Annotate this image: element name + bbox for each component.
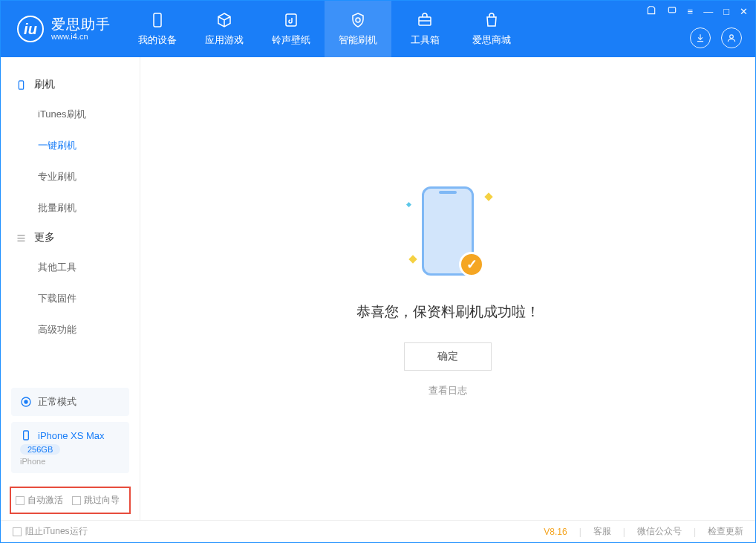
checkbox-icon	[13, 527, 22, 536]
nav-my-device[interactable]: 我的设备	[124, 1, 191, 57]
checkbox-skip-guide[interactable]: 跳过向导	[72, 494, 120, 507]
sidebar-item-download-firmware[interactable]: 下载固件	[1, 283, 140, 314]
sidebar: 刷机 iTunes刷机 一键刷机 专业刷机 批量刷机 更多 其他工具 下载固件 …	[1, 57, 140, 520]
logo-icon: iu	[17, 16, 44, 42]
phone-icon	[149, 11, 166, 29]
maximize-button[interactable]: □	[723, 6, 729, 17]
app-url: www.i4.cn	[51, 32, 111, 41]
success-message: 恭喜您，保资料刷机成功啦！	[356, 302, 540, 322]
support-link[interactable]: 客服	[593, 525, 611, 538]
refresh-shield-icon	[349, 11, 367, 29]
minimize-button[interactable]: —	[703, 6, 713, 17]
device-mode-box[interactable]: 正常模式	[11, 388, 129, 416]
device-capacity: 256GB	[20, 444, 60, 455]
svg-rect-8	[24, 431, 29, 440]
app-name: 爱思助手	[51, 17, 111, 33]
checkbox-auto-activate[interactable]: 自动激活	[16, 494, 63, 507]
device-icon	[16, 79, 27, 91]
check-badge-icon: ✓	[459, 252, 484, 277]
nav-apps[interactable]: 应用游戏	[191, 1, 258, 57]
nav-label: 爱思商城	[472, 33, 511, 47]
nav-label: 应用游戏	[205, 33, 244, 47]
sidebar-item-itunes-flash[interactable]: iTunes刷机	[1, 99, 140, 130]
music-icon	[282, 11, 300, 29]
body: 刷机 iTunes刷机 一键刷机 专业刷机 批量刷机 更多 其他工具 下载固件 …	[1, 57, 755, 520]
nav-label: 工具箱	[411, 33, 440, 47]
svg-point-7	[25, 400, 27, 403]
check-update-link[interactable]: 检查更新	[708, 525, 743, 538]
skin-icon[interactable]	[646, 5, 656, 18]
sidebar-item-advanced[interactable]: 高级功能	[1, 314, 140, 345]
nav-flash[interactable]: 智能刷机	[325, 1, 391, 57]
device-name: iPhone XS Max	[38, 430, 105, 441]
footer: 阻止iTunes运行 V8.16 | 客服 | 微信公众号 | 检查更新	[1, 520, 755, 542]
toolbox-icon	[416, 11, 434, 29]
sidebar-item-batch-flash[interactable]: 批量刷机	[1, 192, 140, 224]
sidebar-group-more: 更多	[1, 224, 140, 252]
sidebar-item-pro-flash[interactable]: 专业刷机	[1, 161, 140, 192]
nav-store[interactable]: 爱思商城	[458, 1, 525, 57]
menu-icon[interactable]: ≡	[688, 6, 694, 17]
checkbox-icon	[72, 496, 81, 505]
version-label: V8.16	[544, 527, 567, 537]
success-illustration: ✓	[414, 181, 481, 284]
confirm-button[interactable]: 确定	[404, 342, 492, 371]
nav-toolbox[interactable]: 工具箱	[391, 1, 458, 57]
header: iu 爱思助手 www.i4.cn 我的设备 应用游戏 铃声壁纸 智能刷机 工具…	[1, 1, 755, 57]
nav-label: 智能刷机	[339, 33, 377, 47]
user-button[interactable]	[721, 27, 742, 48]
svg-rect-5	[19, 80, 23, 88]
sidebar-item-other-tools[interactable]: 其他工具	[1, 252, 140, 283]
flash-options-highlighted: 自动激活 跳过向导	[10, 487, 131, 514]
svg-rect-1	[286, 14, 296, 26]
view-log-link[interactable]: 查看日志	[428, 384, 467, 397]
logo[interactable]: iu 爱思助手 www.i4.cn	[1, 1, 124, 57]
nav-label: 我的设备	[138, 33, 177, 47]
svg-rect-3	[668, 7, 675, 13]
group-title: 刷机	[34, 78, 55, 91]
top-nav: 我的设备 应用游戏 铃声壁纸 智能刷机 工具箱 爱思商城	[124, 1, 525, 57]
device-mode: 正常模式	[38, 395, 76, 409]
list-icon	[16, 233, 27, 244]
nav-ringtones[interactable]: 铃声壁纸	[258, 1, 325, 57]
download-button[interactable]	[690, 27, 711, 48]
group-title: 更多	[34, 231, 55, 244]
device-info-box[interactable]: iPhone XS Max 256GB iPhone	[11, 422, 129, 473]
nav-label: 铃声壁纸	[272, 33, 310, 47]
feedback-icon[interactable]	[667, 5, 677, 18]
svg-rect-0	[154, 13, 161, 27]
svg-point-4	[730, 35, 734, 39]
sidebar-group-flash: 刷机	[1, 71, 140, 99]
checkbox-block-itunes[interactable]: 阻止iTunes运行	[13, 525, 88, 538]
main-content: ✓ 恭喜您，保资料刷机成功啦！ 确定 查看日志	[140, 57, 755, 520]
mode-icon	[20, 396, 32, 408]
bag-icon	[483, 11, 501, 29]
window-controls: ≡ — □ ✕	[646, 5, 748, 18]
cube-icon	[215, 11, 233, 29]
sidebar-item-onekey-flash[interactable]: 一键刷机	[1, 130, 140, 161]
header-actions	[690, 27, 742, 48]
wechat-link[interactable]: 微信公众号	[637, 525, 682, 538]
device-type: iPhone	[20, 457, 120, 466]
phone-icon	[20, 429, 32, 441]
close-button[interactable]: ✕	[740, 6, 748, 17]
checkbox-icon	[16, 496, 25, 505]
